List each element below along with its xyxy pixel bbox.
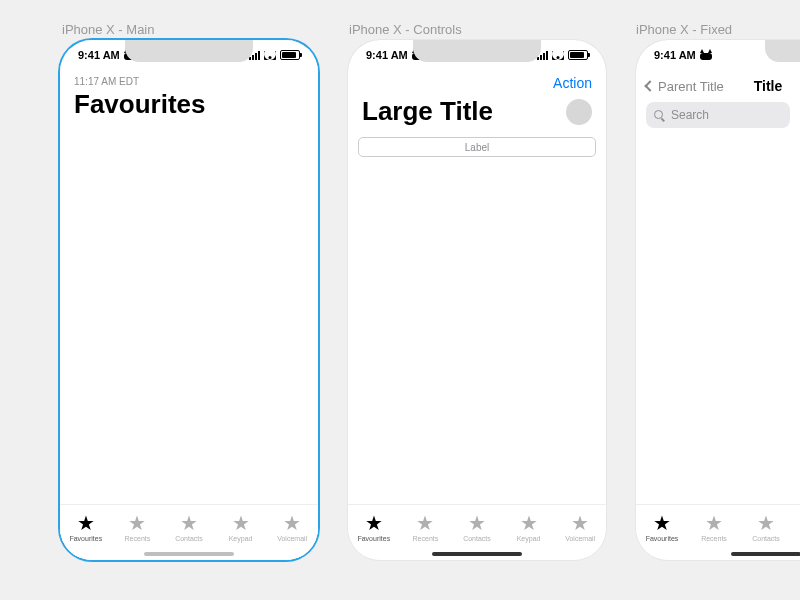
star-icon: ★ — [571, 513, 589, 533]
tab-recents[interactable]: ★Recents — [112, 505, 164, 550]
tab-label: Recents — [701, 535, 727, 542]
search-placeholder: Search — [671, 108, 709, 122]
star-icon: ★ — [653, 513, 671, 533]
tab-label: Voicemail — [277, 535, 307, 542]
nav-back-label[interactable]: Parent Title — [658, 79, 724, 94]
avatar[interactable] — [566, 99, 592, 125]
tab-label: Contacts — [175, 535, 203, 542]
tab-label: Favourites — [646, 535, 679, 542]
segment-label: Label — [465, 142, 489, 153]
search-icon — [654, 110, 665, 121]
nav-action-button[interactable]: Action — [553, 75, 592, 91]
star-icon: ★ — [520, 513, 538, 533]
star-icon: ★ — [757, 513, 775, 533]
notch — [125, 40, 253, 62]
home-indicator[interactable] — [432, 552, 522, 556]
tab-voicemail[interactable]: ★Voicemail — [554, 505, 606, 550]
tab-keypad[interactable]: ★Keypad — [503, 505, 555, 550]
tab-label: Contacts — [463, 535, 491, 542]
star-icon: ★ — [468, 513, 486, 533]
star-icon: ★ — [416, 513, 434, 533]
tab-favourites[interactable]: ★Favourites — [60, 505, 112, 550]
back-chevron-icon[interactable] — [644, 80, 655, 91]
status-app-icon — [700, 50, 712, 60]
star-icon: ★ — [283, 513, 301, 533]
artboard-caption-main: iPhone X - Main — [62, 22, 155, 37]
tab-label: Voicemail — [565, 535, 595, 542]
wifi-icon — [552, 51, 564, 60]
device-controls[interactable]: 9:41 AM Action Large Title Label ★Favour — [348, 40, 606, 560]
timestamp-label: 11:17 AM EDT — [60, 70, 318, 87]
notch — [413, 40, 541, 62]
tab-contacts[interactable]: ★Contacts — [163, 505, 215, 550]
search-field[interactable]: Search — [646, 102, 790, 128]
wifi-icon — [264, 51, 276, 60]
status-time: 9:41 AM — [654, 49, 696, 61]
artboard-caption-fixed: iPhone X - Fixed — [636, 22, 732, 37]
battery-icon — [280, 50, 300, 60]
star-icon: ★ — [705, 513, 723, 533]
tab-label: Contacts — [752, 535, 780, 542]
battery-icon — [568, 50, 588, 60]
star-icon: ★ — [77, 513, 95, 533]
tab-keypad[interactable]: ★Keypad — [215, 505, 267, 550]
artboard-caption-controls: iPhone X - Controls — [349, 22, 462, 37]
device-main[interactable]: 9:41 AM 11:17 AM EDT Favourites ★Favouri… — [60, 40, 318, 560]
tab-label: Recents — [413, 535, 439, 542]
star-icon: ★ — [365, 513, 383, 533]
tab-contacts[interactable]: ★Contacts — [451, 505, 503, 550]
notch — [765, 40, 800, 62]
nav-title: Title — [754, 78, 783, 94]
tab-label: Favourites — [357, 535, 390, 542]
page-title: Favourites — [60, 87, 318, 126]
tab-recents[interactable]: ★Recents — [400, 505, 452, 550]
status-time: 9:41 AM — [78, 49, 120, 61]
tab-favourites[interactable]: ★Favourites — [636, 505, 688, 550]
page-title: Large Title — [362, 96, 493, 127]
tab-label: Favourites — [69, 535, 102, 542]
tab-label: Keypad — [229, 535, 253, 542]
star-icon: ★ — [232, 513, 250, 533]
device-fixed[interactable]: 9:41 AM Parent Title Title Search ★Favou… — [636, 40, 800, 560]
tab-contacts[interactable]: ★Contacts — [740, 505, 792, 550]
tab-recents[interactable]: ★Recents — [688, 505, 740, 550]
tab-voicemail[interactable]: ★Voicemail — [266, 505, 318, 550]
status-time: 9:41 AM — [366, 49, 408, 61]
tab-label: Keypad — [517, 535, 541, 542]
star-icon: ★ — [128, 513, 146, 533]
tab-favourites[interactable]: ★Favourites — [348, 505, 400, 550]
segmented-control[interactable]: Label — [358, 137, 596, 157]
star-icon: ★ — [180, 513, 198, 533]
home-indicator[interactable] — [731, 552, 800, 556]
tab-label: Recents — [125, 535, 151, 542]
home-indicator[interactable] — [144, 552, 234, 556]
